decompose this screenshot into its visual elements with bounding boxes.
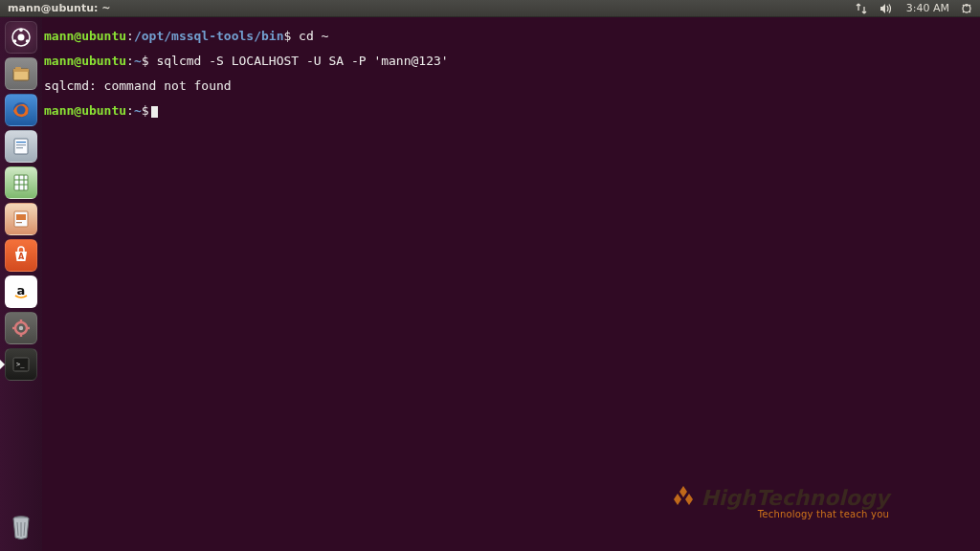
- svg-point-4: [13, 39, 17, 43]
- svg-text:a: a: [17, 283, 26, 298]
- command-text: sqlcmd -S LOCALHOST -U SA -P 'mann@123': [149, 54, 449, 68]
- svg-point-2: [18, 34, 25, 41]
- terminal-line: mann@ubuntu:~$ sqlcmd -S LOCALHOST -U SA…: [44, 55, 978, 67]
- svg-point-5: [26, 39, 30, 43]
- launcher-trash[interactable]: [5, 511, 37, 543]
- cursor-icon: [151, 106, 158, 118]
- terminal-line: sqlcmd: command not found: [44, 79, 978, 92]
- launcher-software[interactable]: A: [5, 239, 37, 272]
- prompt-path: ~: [134, 54, 142, 68]
- svg-rect-13: [16, 144, 26, 145]
- session-icon[interactable]: [961, 3, 972, 14]
- prompt-user: mann@ubuntu: [44, 29, 126, 43]
- prompt-user: mann@ubuntu: [44, 103, 126, 118]
- terminal-window[interactable]: mann@ubuntu:/opt/mssql-tools/bin$ cd ~ m…: [42, 17, 980, 551]
- svg-rect-14: [16, 147, 23, 148]
- launcher-amazon[interactable]: a: [5, 276, 37, 308]
- svg-marker-39: [685, 494, 693, 505]
- prompt-path: /opt/mssql-tools/bin: [134, 29, 284, 43]
- launcher-files[interactable]: [5, 57, 37, 90]
- launcher-impress[interactable]: [5, 203, 37, 235]
- launcher-settings[interactable]: [5, 312, 37, 344]
- svg-point-30: [19, 326, 23, 330]
- watermark-tagline: Technology that teach you: [758, 509, 889, 519]
- terminal-line: mann@ubuntu:/opt/mssql-tools/bin$ cd ~: [44, 30, 978, 42]
- svg-rect-12: [16, 142, 26, 143]
- watermark-brand: HighTechnology: [701, 486, 889, 510]
- svg-rect-15: [14, 175, 28, 190]
- svg-rect-21: [16, 214, 26, 220]
- prompt-user: mann@ubuntu: [44, 54, 126, 68]
- network-icon[interactable]: [855, 3, 868, 14]
- svg-point-3: [19, 29, 23, 33]
- watermark: HighTechnology Technology that teach you: [670, 484, 889, 511]
- watermark-logo-icon: [670, 484, 697, 511]
- svg-rect-11: [14, 139, 28, 154]
- clock[interactable]: 3:40 AM: [906, 2, 949, 14]
- output-text: sqlcmd: command not found: [44, 78, 232, 93]
- status-area: 3:40 AM: [855, 2, 972, 14]
- prompt-path: ~: [134, 103, 142, 118]
- svg-marker-38: [674, 494, 681, 505]
- launcher-terminal[interactable]: >_: [5, 348, 37, 381]
- window-title: mann@ubuntu: ~: [8, 2, 855, 14]
- launcher-firefox[interactable]: [5, 94, 37, 126]
- svg-marker-37: [679, 486, 687, 497]
- launcher-calc[interactable]: [5, 166, 37, 199]
- svg-text:>_: >_: [16, 361, 25, 368]
- svg-rect-22: [16, 222, 22, 223]
- launcher-writer[interactable]: [5, 130, 37, 163]
- launcher-dock: A a >_: [0, 17, 42, 551]
- top-menu-bar: mann@ubuntu: ~ 3:40 AM: [0, 0, 980, 17]
- command-text: cd ~: [291, 29, 328, 43]
- svg-text:A: A: [18, 253, 25, 261]
- launcher-dash[interactable]: [5, 21, 37, 54]
- svg-point-10: [17, 106, 26, 115]
- svg-rect-8: [15, 67, 21, 70]
- sound-icon[interactable]: [880, 3, 895, 14]
- terminal-line: mann@ubuntu:~$: [44, 104, 978, 118]
